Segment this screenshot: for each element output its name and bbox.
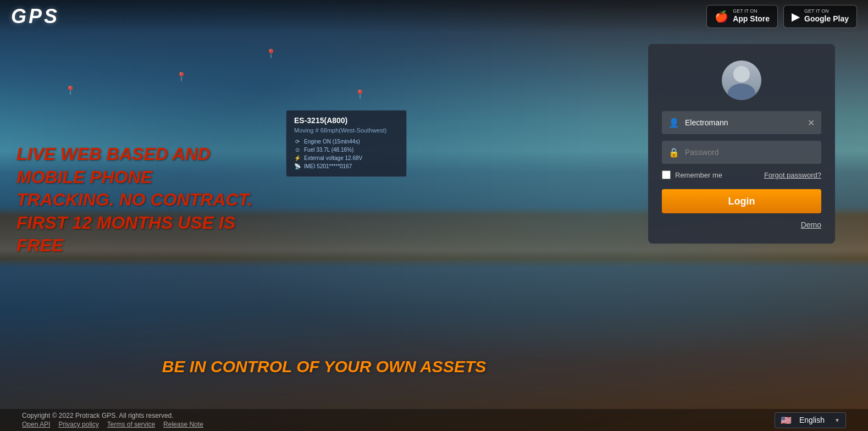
login-panel: 👤 ✕ 🔒 Remember me Forgot password? Login… bbox=[648, 44, 835, 244]
popup-subtitle: Moving # 68mph(West-Southwest) bbox=[294, 127, 399, 134]
googleplay-name: Google Play bbox=[804, 14, 849, 25]
release-note-link[interactable]: Release Note bbox=[163, 421, 203, 428]
fuel-icon: ⊙ bbox=[294, 146, 301, 153]
popup-row-3: ⚡ External voltage 12.68V bbox=[294, 154, 399, 161]
language-arrow-icon: ▼ bbox=[834, 417, 840, 423]
engine-icon: ⟳ bbox=[294, 138, 301, 145]
lock-icon: 🔒 bbox=[668, 147, 679, 158]
terms-link[interactable]: Terms of service bbox=[107, 421, 155, 428]
pin-4 bbox=[355, 89, 364, 99]
remember-row: Remember me Forgot password? bbox=[662, 170, 821, 179]
language-name: English bbox=[799, 416, 830, 424]
popup-imei: IMEI 5201*****0167 bbox=[304, 163, 352, 169]
logo: GPS bbox=[11, 5, 59, 28]
demo-link-container: Demo bbox=[662, 220, 821, 230]
forgot-password-link[interactable]: Forgot password? bbox=[764, 171, 821, 179]
pin-2 bbox=[176, 71, 186, 81]
voltage-icon: ⚡ bbox=[294, 154, 301, 161]
password-input-group: 🔒 bbox=[662, 141, 821, 164]
clear-username-button[interactable]: ✕ bbox=[808, 118, 815, 128]
appstore-name: App Store bbox=[733, 14, 770, 25]
apple-icon: 🍎 bbox=[715, 10, 728, 23]
pin-1 bbox=[65, 85, 75, 95]
header: GPS 🍎 GET IT ON App Store ▶ GET IT ON Go… bbox=[0, 0, 868, 33]
privacy-policy-link[interactable]: Privacy policy bbox=[58, 421, 98, 428]
username-input-group: 👤 ✕ bbox=[662, 111, 821, 134]
imei-icon: 📡 bbox=[294, 163, 301, 169]
bottom-slogan-text: BE IN CONTROL OF YOUR OWN ASSETS bbox=[11, 357, 637, 376]
password-input[interactable] bbox=[685, 148, 815, 157]
remember-checkbox[interactable] bbox=[662, 170, 671, 179]
appstore-get-it: GET IT ON bbox=[733, 9, 770, 14]
remember-label: Remember me bbox=[675, 171, 722, 179]
language-selector[interactable]: 🇺🇸 English ▼ bbox=[775, 412, 846, 428]
googleplay-button[interactable]: ▶ GET IT ON Google Play bbox=[783, 5, 857, 29]
footer-left: Copyright © 2022 Protrack GPS. All right… bbox=[22, 412, 203, 428]
login-button[interactable]: Login bbox=[662, 189, 821, 213]
popup-fuel: Fuel 33.7L (48.16%) bbox=[304, 147, 353, 153]
username-input[interactable] bbox=[685, 118, 808, 127]
language-flag: 🇺🇸 bbox=[781, 415, 792, 426]
avatar-body bbox=[728, 84, 755, 100]
popup-voltage: External voltage 12.68V bbox=[304, 155, 362, 161]
app-buttons: 🍎 GET IT ON App Store ▶ GET IT ON Google… bbox=[706, 5, 857, 29]
user-icon: 👤 bbox=[668, 118, 679, 128]
popup-row-1: ⟳ Engine ON (15min44s) bbox=[294, 138, 399, 145]
footer: Copyright © 2022 Protrack GPS. All right… bbox=[0, 409, 868, 431]
remember-left: Remember me bbox=[662, 170, 722, 179]
tracking-popup: ES-3215(A800) Moving # 68mph(West-Southw… bbox=[286, 110, 407, 177]
googleplay-get-it: GET IT ON bbox=[804, 9, 849, 14]
play-icon: ▶ bbox=[792, 10, 800, 23]
appstore-button[interactable]: 🍎 GET IT ON App Store bbox=[706, 5, 778, 29]
avatar bbox=[722, 60, 761, 100]
hero-tagline: LIVE WEB BASED AND MOBILE PHONE TRACKING… bbox=[16, 143, 253, 257]
avatar-head bbox=[733, 66, 750, 82]
open-api-link[interactable]: Open API bbox=[22, 421, 50, 428]
avatar-container bbox=[662, 60, 821, 100]
bottom-slogan-container: BE IN CONTROL OF YOUR OWN ASSETS bbox=[11, 357, 637, 376]
popup-engine: Engine ON (15min44s) bbox=[304, 139, 360, 145]
footer-links: Open API Privacy policy Terms of service… bbox=[22, 421, 203, 428]
footer-copyright: Copyright © 2022 Protrack GPS. All right… bbox=[22, 412, 203, 419]
hero-section: LIVE WEB BASED AND MOBILE PHONE TRACKING… bbox=[16, 110, 253, 257]
popup-row-4: 📡 IMEI 5201*****0167 bbox=[294, 163, 399, 169]
demo-link[interactable]: Demo bbox=[801, 220, 821, 229]
popup-title: ES-3215(A800) bbox=[294, 116, 399, 125]
popup-row-2: ⊙ Fuel 33.7L (48.16%) bbox=[294, 146, 399, 153]
pin-3 bbox=[266, 48, 275, 58]
